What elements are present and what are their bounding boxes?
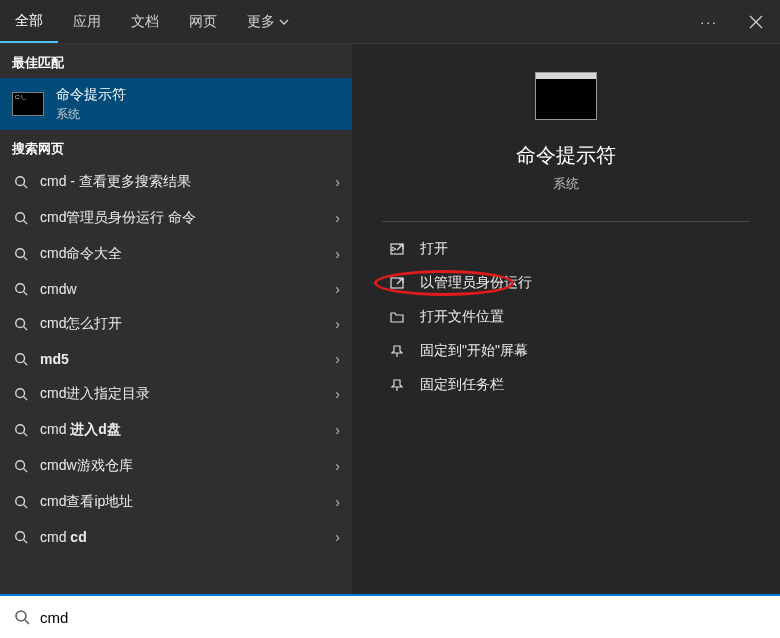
svg-point-8 [16,461,25,470]
action-pin-to-start-label: 固定到"开始"屏幕 [420,342,528,360]
tab-all[interactable]: 全部 [0,0,58,43]
search-suggestion-item[interactable]: cmdw游戏仓库› [0,448,352,484]
cmd-prompt-icon [12,92,44,116]
search-suggestion-item[interactable]: cmd命令大全› [0,236,352,272]
overflow-menu-button[interactable]: ··· [686,14,732,30]
chevron-right-icon: › [335,422,340,438]
search-suggestion-item[interactable]: md5› [0,342,352,376]
chevron-right-icon: › [335,316,340,332]
pin-icon [386,378,408,392]
tab-apps[interactable]: 应用 [58,0,116,43]
hero-title: 命令提示符 [516,142,616,169]
search-suggestion-label: cmd - 查看更多搜索结果 [40,173,335,191]
action-pin-to-start[interactable]: 固定到"开始"屏幕 [382,334,750,368]
search-suggestion-label: cmd cd [40,529,335,545]
search-suggestion-label: md5 [40,351,335,367]
action-open-label: 打开 [420,240,448,258]
chevron-right-icon: › [335,386,340,402]
chevron-right-icon: › [335,246,340,262]
svg-point-9 [16,497,25,506]
search-input[interactable] [40,609,766,626]
svg-point-10 [16,532,25,541]
svg-point-4 [16,319,25,328]
action-pin-to-taskbar[interactable]: 固定到任务栏 [382,368,750,402]
actions-list: 打开 以管理员身份运行 打开文件位置 [382,232,750,402]
svg-point-3 [16,284,25,293]
search-suggestion-label: cmdw游戏仓库 [40,457,335,475]
tab-docs[interactable]: 文档 [116,0,174,43]
search-icon [12,387,30,401]
chevron-right-icon: › [335,210,340,226]
folder-icon [386,310,408,324]
search-icon [12,211,30,225]
close-icon [749,15,763,29]
search-suggestion-item[interactable]: cmd cd› [0,520,352,554]
search-suggestion-item[interactable]: cmd 进入d盘› [0,412,352,448]
chevron-right-icon: › [335,351,340,367]
search-icon [12,495,30,509]
search-suggestion-item[interactable]: cmd查看ip地址› [0,484,352,520]
svg-point-5 [16,354,25,363]
svg-point-13 [16,611,26,621]
search-suggestion-item[interactable]: cmd进入指定目录› [0,376,352,412]
search-icon [12,459,30,473]
action-open-file-location[interactable]: 打开文件位置 [382,300,750,334]
chevron-right-icon: › [335,494,340,510]
close-button[interactable] [732,0,780,43]
pin-icon [386,344,408,358]
best-match-title: 命令提示符 [56,86,126,104]
search-suggestion-item[interactable]: cmdw› [0,272,352,306]
admin-shield-icon [386,276,408,290]
search-icon [12,247,30,261]
search-suggestion-label: cmd进入指定目录 [40,385,335,403]
top-tabs: 全部 应用 文档 网页 更多 ··· [0,0,780,44]
action-open[interactable]: 打开 [382,232,750,266]
chevron-down-icon [279,17,289,27]
tab-more[interactable]: 更多 [232,0,304,43]
app-hero: 命令提示符 系统 [382,72,750,193]
search-suggestion-label: cmd 进入d盘 [40,421,335,439]
chevron-right-icon: › [335,174,340,190]
svg-point-7 [16,425,25,434]
action-run-as-admin-label: 以管理员身份运行 [420,274,532,292]
search-suggestion-item[interactable]: cmd管理员身份运行 命令› [0,200,352,236]
chevron-right-icon: › [335,458,340,474]
search-icon [12,352,30,366]
action-run-as-admin[interactable]: 以管理员身份运行 [382,266,750,300]
svg-point-2 [16,249,25,258]
svg-point-0 [16,177,25,186]
search-icon [12,175,30,189]
cmd-prompt-large-icon [535,72,597,120]
best-match-subtitle: 系统 [56,106,126,123]
search-suggestion-label: cmd命令大全 [40,245,335,263]
action-open-file-location-label: 打开文件位置 [420,308,504,326]
chevron-right-icon: › [335,281,340,297]
section-web-search-header: 搜索网页 [0,130,352,164]
search-icon [14,609,30,625]
right-details-panel: 命令提示符 系统 打开 以管理员身份运行 [352,44,780,594]
open-icon [386,242,408,256]
hero-subtitle: 系统 [553,175,579,193]
chevron-right-icon: › [335,529,340,545]
search-icon [12,317,30,331]
svg-point-1 [16,213,25,222]
search-suggestion-label: cmd怎么打开 [40,315,335,333]
search-suggestions-list: cmd - 查看更多搜索结果›cmd管理员身份运行 命令›cmd命令大全›cmd… [0,164,352,594]
search-bar [0,594,780,638]
search-suggestion-label: cmd查看ip地址 [40,493,335,511]
section-best-match-header: 最佳匹配 [0,44,352,78]
search-icon [12,530,30,544]
search-icon [12,282,30,296]
divider [382,221,750,222]
search-suggestion-label: cmdw [40,281,335,297]
search-suggestion-label: cmd管理员身份运行 命令 [40,209,335,227]
search-icon [12,423,30,437]
tab-more-label: 更多 [247,13,275,31]
action-pin-to-taskbar-label: 固定到任务栏 [420,376,504,394]
svg-point-6 [16,389,25,398]
left-results-panel: 最佳匹配 命令提示符 系统 搜索网页 cmd - 查看更多搜索结果›cmd管理员… [0,44,352,594]
search-suggestion-item[interactable]: cmd - 查看更多搜索结果› [0,164,352,200]
tab-web[interactable]: 网页 [174,0,232,43]
best-match-item[interactable]: 命令提示符 系统 [0,78,352,130]
search-suggestion-item[interactable]: cmd怎么打开› [0,306,352,342]
